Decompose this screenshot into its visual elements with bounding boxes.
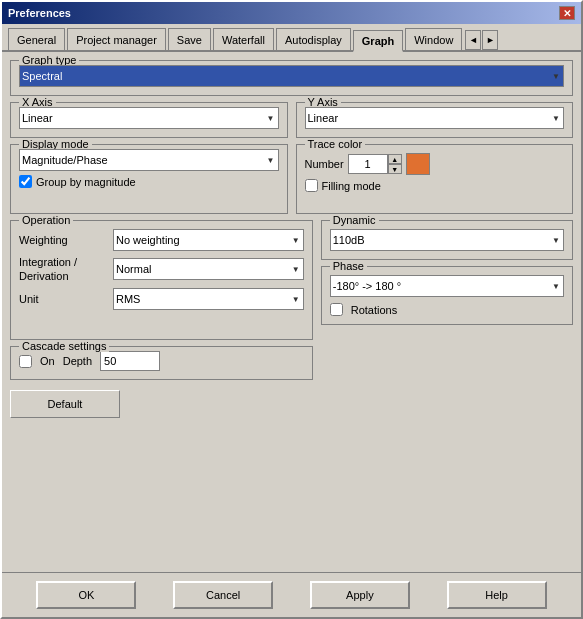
cascade-row: On Depth <box>19 351 304 371</box>
dynamic-group: Dynamic 110dB 100dB 90dB 80dB 70dB 60dB <box>321 220 573 260</box>
default-button[interactable]: Default <box>10 390 120 418</box>
tabs-row: General Project manager Save Waterfall A… <box>2 24 581 52</box>
display-mode-select[interactable]: Magnitude/Phase Real/Imaginary Bode <box>19 149 279 171</box>
operation-grid: Weighting No weighting A-weighting B-wei… <box>19 229 304 310</box>
filling-mode-row: Filling mode <box>305 179 565 192</box>
tab-project-manager[interactable]: Project manager <box>67 28 166 50</box>
axis-row: X Axis Linear Logarithmic Y Axis Linear <box>10 102 573 138</box>
trace-color-group: Trace color Number 1 ▲ ▼ <box>296 144 574 214</box>
apply-button[interactable]: Apply <box>310 581 410 609</box>
trace-color-row: Number 1 ▲ ▼ <box>305 153 565 175</box>
cascade-on-checkbox[interactable] <box>19 355 32 368</box>
y-axis-group: Y Axis Linear Logarithmic <box>296 102 574 138</box>
preferences-window: Preferences ✕ General Project manager Sa… <box>0 0 583 619</box>
title-bar: Preferences ✕ <box>2 2 581 24</box>
tab-autodisplay[interactable]: Autodisplay <box>276 28 351 50</box>
ok-button[interactable]: OK <box>36 581 136 609</box>
help-button[interactable]: Help <box>447 581 547 609</box>
phase-group: Phase -180° -> 180 ° 0° -> 360° Rotation… <box>321 266 573 325</box>
trace-number-input[interactable]: 1 <box>348 154 388 174</box>
operation-dynamic-row: Operation Weighting No weighting A-weigh… <box>10 220 573 418</box>
spin-up-button[interactable]: ▲ <box>388 154 402 164</box>
operation-legend: Operation <box>19 214 73 226</box>
graph-type-group: Graph type Spectral Time Frequency <box>10 60 573 96</box>
cascade-depth-label: Depth <box>63 355 92 367</box>
graph-type-select[interactable]: Spectral Time Frequency <box>19 65 564 87</box>
tab-arrow-right[interactable]: ► <box>482 30 498 50</box>
cancel-button[interactable]: Cancel <box>173 581 273 609</box>
tab-content: Graph type Spectral Time Frequency X Axi… <box>2 52 581 572</box>
phase-legend: Phase <box>330 260 367 272</box>
unit-label: Unit <box>19 293 109 305</box>
unit-select[interactable]: RMS Peak Peak-Peak <box>113 288 304 310</box>
tab-save[interactable]: Save <box>168 28 211 50</box>
tab-graph[interactable]: Graph <box>353 30 403 52</box>
filling-mode-label: Filling mode <box>322 180 381 192</box>
cascade-depth-input[interactable] <box>100 351 160 371</box>
tab-general[interactable]: General <box>8 28 65 50</box>
phase-select[interactable]: -180° -> 180 ° 0° -> 360° <box>330 275 564 297</box>
tab-waterfall[interactable]: Waterfall <box>213 28 274 50</box>
y-axis-select[interactable]: Linear Logarithmic <box>305 107 565 129</box>
x-axis-group: X Axis Linear Logarithmic <box>10 102 288 138</box>
weighting-label: Weighting <box>19 234 109 246</box>
rotations-row: Rotations <box>330 303 564 316</box>
graph-type-select-wrapper: Spectral Time Frequency <box>19 65 564 87</box>
bottom-buttons: OK Cancel Apply Help <box>2 572 581 617</box>
integration-label: Integration / Derivation <box>19 255 109 284</box>
tab-window[interactable]: Window <box>405 28 462 50</box>
window-title: Preferences <box>8 7 71 19</box>
dynamic-select[interactable]: 110dB 100dB 90dB 80dB 70dB 60dB <box>330 229 564 251</box>
cascade-on-label: On <box>40 355 55 367</box>
dynamic-legend: Dynamic <box>330 214 379 226</box>
group-by-magnitude-checkbox[interactable] <box>19 175 32 188</box>
number-label: Number <box>305 158 344 170</box>
filling-mode-checkbox[interactable] <box>305 179 318 192</box>
cascade-legend: Cascade settings <box>19 340 109 352</box>
rotations-label: Rotations <box>351 304 397 316</box>
display-trace-row: Display mode Magnitude/Phase Real/Imagin… <box>10 144 573 214</box>
trace-color-legend: Trace color <box>305 138 366 150</box>
tab-arrow-left[interactable]: ◄ <box>465 30 481 50</box>
spin-down-button[interactable]: ▼ <box>388 164 402 174</box>
x-axis-select[interactable]: Linear Logarithmic <box>19 107 279 129</box>
rotations-checkbox[interactable] <box>330 303 343 316</box>
color-swatch[interactable] <box>406 153 430 175</box>
close-button[interactable]: ✕ <box>559 6 575 20</box>
group-by-magnitude-row: Group by magnitude <box>19 175 279 188</box>
display-mode-group: Display mode Magnitude/Phase Real/Imagin… <box>10 144 288 214</box>
integration-select[interactable]: Normal Integration Derivation <box>113 258 304 280</box>
group-by-magnitude-label: Group by magnitude <box>36 176 136 188</box>
weighting-select[interactable]: No weighting A-weighting B-weighting C-w… <box>113 229 304 251</box>
